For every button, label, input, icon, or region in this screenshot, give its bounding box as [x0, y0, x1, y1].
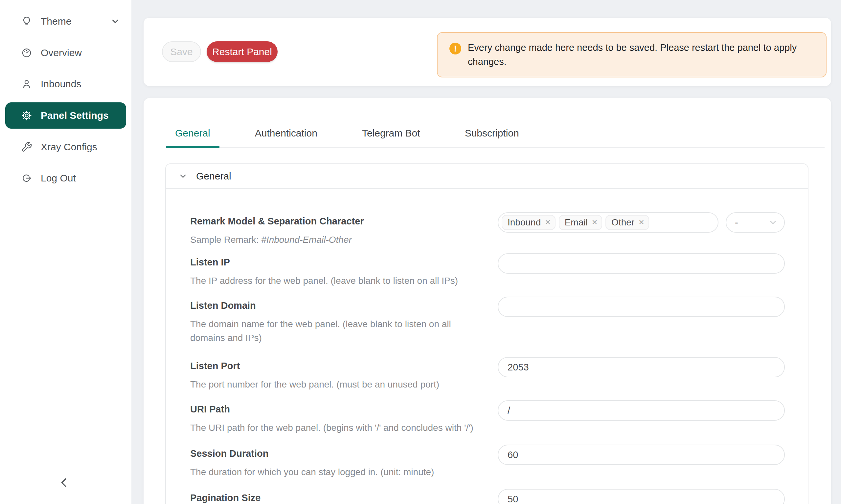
sidebar-item-log-out[interactable]: Log Out: [0, 168, 132, 189]
separator-select-value: -: [735, 217, 738, 228]
tag-other: Other ✕: [605, 215, 649, 230]
tab-telegram-bot[interactable]: Telegram Bot: [353, 98, 429, 148]
general-collapse-panel: General Remark Model & Separation Charac…: [165, 163, 808, 504]
pagination-size-label: Pagination Size: [190, 492, 484, 504]
wrench-icon: [21, 141, 32, 152]
tab-subscription[interactable]: Subscription: [456, 98, 528, 148]
chevron-down-icon: [768, 218, 777, 227]
sidebar-item-label: Inbounds: [41, 78, 81, 90]
sidebar-item-label: Panel Settings: [41, 110, 109, 121]
gear-icon: [21, 110, 32, 121]
uri-path-desc: The URI path for the web panel. (begins …: [190, 421, 484, 435]
form-row-session-duration: Session Duration The duration for which …: [190, 445, 785, 479]
form-row-listen-port: Listen Port The port number for the web …: [190, 357, 785, 392]
pagination-size-input[interactable]: [498, 489, 785, 504]
sidebar-item-inbounds[interactable]: Inbounds: [0, 73, 132, 94]
settings-card: General Authentication Telegram Bot Subs…: [143, 98, 831, 504]
general-collapse-header[interactable]: General: [166, 164, 808, 189]
sidebar-item-label: Overview: [41, 47, 82, 58]
actions-card: Save Restart Panel ! Every change made h…: [143, 18, 831, 86]
listen-domain-input[interactable]: [498, 296, 785, 317]
sidebar-collapse-button[interactable]: [56, 475, 72, 490]
listen-ip-input[interactable]: [498, 253, 785, 274]
settings-tabs: General Authentication Telegram Bot Subs…: [166, 98, 825, 148]
tag-remove-icon[interactable]: ✕: [591, 219, 598, 226]
exclamation-circle-icon: !: [449, 43, 461, 54]
bulb-icon: [21, 16, 32, 27]
user-icon: [21, 78, 32, 90]
form-row-remark-model: Remark Model & Separation Character Samp…: [190, 212, 785, 247]
listen-port-desc: The port number for the web panel. (must…: [190, 378, 484, 392]
listen-domain-label: Listen Domain: [190, 300, 484, 311]
uri-path-label: URI Path: [190, 403, 484, 415]
sidebar-item-xray-configs[interactable]: Xray Configs: [0, 137, 132, 158]
session-duration-desc: The duration for which you can stay logg…: [190, 465, 484, 479]
remark-model-tags-input[interactable]: Inbound ✕ Email ✕ Other ✕: [498, 212, 719, 233]
session-duration-input[interactable]: [498, 445, 785, 465]
tag-remove-icon[interactable]: ✕: [638, 219, 644, 226]
sidebar-item-theme[interactable]: Theme: [0, 11, 132, 32]
sidebar: Theme Overview Inbounds Panel Set: [0, 0, 132, 504]
listen-port-label: Listen Port: [190, 360, 484, 372]
chevron-down-icon: [110, 16, 120, 26]
listen-ip-desc: The IP address for the web panel. (leave…: [190, 274, 484, 288]
dashboard-icon: [21, 47, 32, 58]
form-row-listen-ip: Listen IP The IP address for the web pan…: [190, 253, 785, 288]
sidebar-item-overview[interactable]: Overview: [0, 42, 132, 63]
sidebar-item-label: Log Out: [41, 173, 76, 184]
restart-warning-alert: ! Every change made here needs to be sav…: [437, 32, 826, 77]
remark-sample-text: Sample Remark: #Inbound-Email-Other: [190, 233, 484, 247]
listen-port-input[interactable]: [498, 357, 785, 377]
listen-domain-desc: The domain name for the web panel. (leav…: [190, 317, 484, 345]
save-button[interactable]: Save: [162, 41, 201, 62]
remark-model-label: Remark Model & Separation Character: [190, 215, 484, 227]
collapse-title: General: [196, 170, 231, 182]
restart-panel-button[interactable]: Restart Panel: [207, 41, 278, 62]
sidebar-item-label: Theme: [41, 16, 71, 27]
form-row-uri-path: URI Path The URI path for the web panel.…: [190, 400, 785, 435]
logout-icon: [21, 173, 32, 184]
tab-general[interactable]: General: [166, 98, 220, 148]
form-row-listen-domain: Listen Domain The domain name for the we…: [190, 296, 785, 345]
alert-text: Every change made here needs to be saved…: [468, 41, 800, 69]
session-duration-label: Session Duration: [190, 448, 484, 460]
uri-path-input[interactable]: [498, 400, 785, 421]
sidebar-item-panel-settings[interactable]: Panel Settings: [5, 102, 126, 129]
tag-remove-icon[interactable]: ✕: [545, 219, 551, 226]
tag-inbound: Inbound ✕: [502, 215, 555, 230]
listen-ip-label: Listen IP: [190, 256, 484, 268]
separator-select[interactable]: -: [726, 212, 785, 233]
form-row-pagination-size: Pagination Size: [190, 489, 785, 504]
sidebar-item-label: Xray Configs: [41, 141, 97, 152]
chevron-down-icon: [178, 172, 188, 181]
tab-authentication[interactable]: Authentication: [246, 98, 327, 148]
tag-email: Email ✕: [559, 215, 602, 230]
